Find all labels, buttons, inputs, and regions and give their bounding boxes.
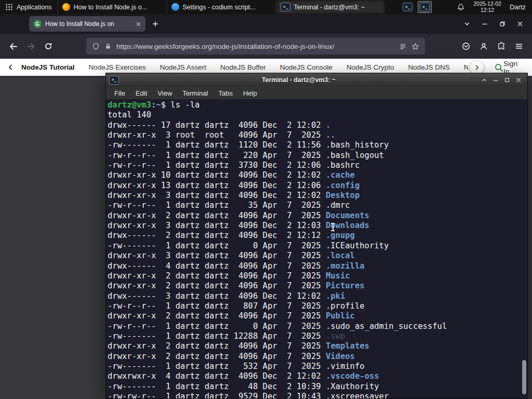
terminal-line: drwxr-xr-x 3 root root 4096 Apr 7 2025 .… xyxy=(108,130,520,140)
gfg-favicon: G xyxy=(33,20,42,28)
terminal-line: -rw-rw-r-- 1 dartz dartz 9529 Dec 2 10:4… xyxy=(108,392,520,398)
menu-view[interactable]: View xyxy=(152,89,177,97)
terminal-line: drwxr-xr-x 2 dartz dartz 4096 Apr 7 2025… xyxy=(108,211,520,221)
site-nav-link[interactable]: NodeJS Console xyxy=(280,63,332,71)
menu-tabs[interactable]: Tabs xyxy=(213,89,237,97)
site-nav-link[interactable]: Node xyxy=(464,63,468,71)
back-button[interactable] xyxy=(4,37,22,55)
terminal-icon: >_ xyxy=(281,3,290,11)
reader-view-icon[interactable] xyxy=(399,43,407,50)
lock-icon[interactable] xyxy=(104,43,112,50)
terminal-line: -rw-r--r-- 1 dartz dartz 807 Apr 7 2025 … xyxy=(108,301,520,311)
site-nav-link[interactable]: NodeJS Assert xyxy=(160,63,206,71)
window-button-browser[interactable]: How to Install Node.js o... xyxy=(58,0,167,14)
terminal-line: -rw-r--r-- 1 dartz dartz 3730 Dec 2 12:0… xyxy=(108,161,520,170)
chevron-right-icon[interactable] xyxy=(470,61,484,74)
tracking-shield-icon[interactable] xyxy=(92,43,100,50)
site-nav-link[interactable]: NodeJS Tutorial xyxy=(21,63,75,71)
terminal-window: >_ Terminal - dartz@vm3: ~ File Edit Vie… xyxy=(105,73,528,399)
applications-label: Applications xyxy=(17,4,51,11)
panel-clock[interactable]: 2025-12-02 12:12 xyxy=(473,1,501,13)
terminal-prompt-line: dartz@vm3:~$ ls -la xyxy=(108,100,520,110)
terminal-line: -rw------- 1 dartz dartz 532 Apr 7 2025 … xyxy=(108,362,520,371)
site-nav-link[interactable]: NodeJS Exercises xyxy=(89,63,146,71)
firefox-icon xyxy=(62,3,70,11)
applications-menu[interactable]: Applications xyxy=(0,0,57,14)
terminal-maximize-button[interactable] xyxy=(501,75,513,85)
terminal-minimize-button[interactable] xyxy=(490,75,501,85)
window-close-button[interactable] xyxy=(511,16,529,32)
url-input[interactable]: https://www.geeksforgeeks.org/node-js/in… xyxy=(116,43,394,50)
reload-button[interactable] xyxy=(39,37,57,55)
panel-right: 2025-12-02 12:12 Dartz xyxy=(457,0,532,14)
new-tab-button[interactable] xyxy=(148,16,163,32)
terminal-line: drwxr-xr-x 3 dartz dartz 4096 Apr 7 2025… xyxy=(108,251,520,261)
window-button-label: Settings - codium script... xyxy=(182,4,272,11)
terminal-line: -rw------- 1 dartz dartz 12288 Apr 7 202… xyxy=(108,331,520,341)
site-nav-link[interactable]: NodeJS Crypto xyxy=(347,63,394,71)
desktop: { "panel": { "applications_label": "Appl… xyxy=(0,0,532,399)
terminal-line: -rw-r--r-- 1 dartz dartz 35 Apr 7 2025 .… xyxy=(108,201,520,210)
terminal-line: drwx------ 17 dartz dartz 4096 Dec 2 12:… xyxy=(108,121,520,130)
tab-bar: G How to Install Node.js on xyxy=(0,14,532,34)
terminal-line: drwxr-xr-x 2 dartz dartz 4096 Apr 7 2025… xyxy=(108,341,520,351)
terminal-line: drwxr-xr-x 2 dartz dartz 4096 Apr 7 2025… xyxy=(108,311,520,321)
notification-bell-icon[interactable] xyxy=(457,3,465,11)
menu-edit[interactable]: Edit xyxy=(130,89,152,97)
forward-button[interactable] xyxy=(22,37,39,55)
terminal-titlebar[interactable]: >_ Terminal - dartz@vm3: ~ xyxy=(106,73,527,87)
bookmark-star-icon[interactable] xyxy=(411,43,419,50)
terminal-line: drwxr-xr-x 2 dartz dartz 4096 Apr 7 2025… xyxy=(108,271,520,281)
terminal-line: -rw------- 1 dartz dartz 1120 Dec 2 11:5… xyxy=(108,140,520,150)
terminal-line: drwxr-xr-x 2 dartz dartz 4096 Apr 7 2025… xyxy=(108,281,520,291)
window-button-codium[interactable]: Settings - codium script... xyxy=(167,0,276,14)
tray-terminal-icon-active[interactable]: >_ xyxy=(418,1,432,13)
tray-terminal-icon[interactable]: >_ xyxy=(403,3,413,11)
terminal-line: -rw-r--r-- 1 dartz dartz 0 Apr 7 2025 .s… xyxy=(108,322,520,331)
terminal-line: drwxr-xr-x 10 dartz dartz 4096 Dec 2 12:… xyxy=(108,170,520,180)
shade-button[interactable] xyxy=(478,75,490,85)
chevron-left-icon[interactable] xyxy=(7,64,14,71)
list-all-tabs-button[interactable] xyxy=(458,16,476,32)
menu-file[interactable]: File xyxy=(109,89,130,97)
terminal-line: drwx------ 4 dartz dartz 4096 Apr 7 2025… xyxy=(108,261,520,271)
codium-icon xyxy=(171,3,179,11)
terminal-total-line: total 140 xyxy=(108,110,520,120)
terminal-menubar: File Edit View Terminal Tabs Help xyxy=(106,87,527,99)
site-nav-link[interactable]: NodeJS Buffer xyxy=(220,63,266,71)
terminal-line: drwx------ 3 dartz dartz 4096 Dec 2 12:0… xyxy=(108,291,520,301)
pocket-icon[interactable] xyxy=(457,37,475,55)
window-button-label: Terminal - dartz@vm3: ~ xyxy=(294,4,381,11)
terminal-line: drwxr-xr-x 13 dartz dartz 4096 Dec 2 12:… xyxy=(108,181,520,191)
terminal-line: -rw------- 1 dartz dartz 0 Apr 7 2025 .I… xyxy=(108,241,520,251)
search-icon[interactable] xyxy=(494,63,503,72)
user-label[interactable]: Dartz xyxy=(510,3,526,11)
menu-help[interactable]: Help xyxy=(238,89,262,97)
site-nav-link[interactable]: NodeJS DNS xyxy=(408,63,450,71)
top-panel: Applications How to Install Node.js o...… xyxy=(0,0,532,14)
system-tray: >_ >_ xyxy=(403,0,432,14)
window-button-label: How to Install Node.js o... xyxy=(73,4,163,11)
terminal-line: -rw-r--r-- 1 dartz dartz 220 Apr 7 2025 … xyxy=(108,151,520,161)
applications-icon xyxy=(5,3,13,11)
tab-close-icon[interactable] xyxy=(136,21,141,27)
scrollbar-thumb[interactable] xyxy=(522,360,526,394)
window-button-terminal[interactable]: >_ Terminal - dartz@vm3: ~ xyxy=(276,0,385,14)
window-restore-button[interactable] xyxy=(494,16,511,32)
extensions-icon[interactable] xyxy=(493,37,510,55)
browser-tab[interactable]: G How to Install Node.js on xyxy=(29,16,145,32)
terminal-line: drwxrwxr-x 4 dartz dartz 4096 Dec 2 12:0… xyxy=(108,371,520,381)
url-bar[interactable]: https://www.geeksforgeeks.org/node-js/in… xyxy=(86,38,425,55)
terminal-close-button[interactable] xyxy=(513,75,524,85)
terminal-listing: drwx------ 17 dartz dartz 4096 Dec 2 12:… xyxy=(108,121,520,398)
terminal-output[interactable]: dartz@vm3:~$ ls -la total 140 drwx------… xyxy=(106,99,527,398)
clock-date: 2025-12-02 xyxy=(473,1,501,7)
window-minimize-button[interactable] xyxy=(476,16,494,32)
terminal-icon: >_ xyxy=(109,76,119,85)
terminal-line: drwxr-xr-x 3 dartz dartz 4096 Dec 2 12:0… xyxy=(108,221,520,231)
menu-terminal[interactable]: Terminal xyxy=(177,89,213,97)
terminal-icon: >_ xyxy=(420,3,430,11)
terminal-command: ls -la xyxy=(170,100,200,110)
account-icon[interactable] xyxy=(475,37,493,55)
menu-hamburger-icon[interactable] xyxy=(510,37,528,55)
